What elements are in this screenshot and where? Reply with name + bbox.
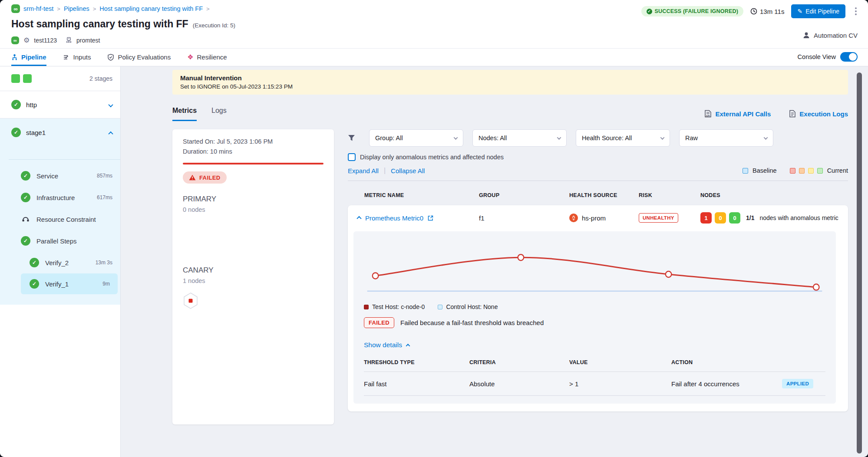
step-row-resource-constraint[interactable]: Resource Constraint [0, 208, 120, 230]
pencil-icon: ✎ [797, 8, 802, 15]
success-check-icon: ✓ [21, 193, 30, 202]
filter-funnel-icon [348, 135, 355, 141]
breadcrumb-pipeline-link[interactable]: Host sampling canary testing with FF [99, 5, 203, 12]
warning-triangle-icon [189, 174, 196, 181]
breadcrumb-separator: > [93, 6, 96, 12]
tab-inputs[interactable]: Inputs [63, 49, 91, 66]
main-tabbar: Pipeline Inputs Policy Evaluations ❖ Res… [0, 49, 868, 66]
title-row: Host sampling canary testing with FF (Ex… [11, 18, 858, 30]
divider: | [384, 167, 386, 174]
step-row-service[interactable]: ✓ Service 857ms [0, 165, 120, 187]
step-row-parallel-steps[interactable]: ✓ Parallel Steps [0, 230, 120, 252]
stage1-section: ✓ stage1 ✓ Service 857ms ✓ Infrastructur… [0, 118, 120, 305]
expand-all-link[interactable]: Expand All [348, 167, 379, 174]
primary-group-label: PRIMARY [183, 195, 323, 204]
health-source-name: hs-prom [582, 214, 606, 222]
step-duration: 857ms [97, 173, 112, 179]
healthy-node-count-badge[interactable]: 0 [729, 212, 740, 224]
console-view-label: Console View [798, 53, 836, 60]
threshold-table-header: THRESHOLD TYPE CRITERIA VALUE ACTION [364, 359, 825, 372]
tab-policy-evaluations[interactable]: Policy Evaluations [107, 49, 171, 66]
execution-sidebar: 2 stages ✓ http ✓ stage1 ✓ Service 857ms [0, 66, 121, 457]
current-orange-swatch [799, 168, 805, 174]
stage-status-square [23, 74, 32, 83]
elapsed-time: 13m 11s [750, 8, 784, 15]
canary-group-label: CANARY [183, 266, 323, 275]
breadcrumb-project-link[interactable]: srm-hf-test [23, 5, 53, 12]
col-risk: RISK [639, 192, 700, 198]
threshold-details-table: THRESHOLD TYPE CRITERIA VALUE ACTION Fai… [364, 359, 825, 396]
anomalous-checkbox[interactable] [348, 153, 356, 161]
current-yellow-swatch [808, 168, 814, 174]
metric-group: f1 [479, 214, 569, 222]
canary-node-hexagon[interactable] [183, 292, 323, 309]
execution-logs-link[interactable]: Execution Logs [789, 110, 848, 118]
external-api-calls-link[interactable]: API External API Calls [704, 110, 771, 118]
external-link-icon[interactable] [428, 215, 433, 221]
api-document-icon: API [704, 110, 712, 118]
metric-name-link[interactable]: Prometheus Metric0 [365, 214, 423, 222]
nodes-filter-select[interactable]: Nodes: All [472, 129, 567, 147]
col-health-source: HEALTH SOURCE [569, 192, 639, 198]
primary-node-count: 0 nodes [183, 206, 323, 213]
chevron-up-icon[interactable] [109, 129, 112, 136]
edit-pipeline-button[interactable]: ✎ Edit Pipeline [791, 4, 845, 18]
anomalous-node-count-badge[interactable]: 1 [700, 212, 712, 224]
failed-badge: FAILED [364, 317, 394, 328]
infrastructure-icon [66, 37, 72, 43]
stages-summary-row: 2 stages [0, 66, 120, 91]
test-host-line [376, 257, 816, 287]
detail-tabs: Metrics Logs API External API Calls Exec… [172, 104, 848, 123]
metric-card: Prometheus Metric0 f1 hs-prom UNHEALTHY [348, 205, 848, 411]
tab-logs[interactable]: Logs [211, 107, 227, 121]
console-view-toggle[interactable] [840, 52, 858, 62]
resource-constraint-icon [21, 216, 30, 223]
detail-links: API External API Calls Execution Logs [704, 110, 848, 118]
group-filter-select[interactable]: Group: All [369, 129, 463, 147]
step-row-verify-1[interactable]: ✓ Verify_1 9m [21, 273, 118, 294]
status-badge: ✓ SUCCESS (FAILURE IGNORED) [641, 6, 744, 16]
control-host-swatch [438, 305, 442, 309]
tab-resilience[interactable]: ❖ Resilience [187, 49, 227, 66]
collapse-all-link[interactable]: Collapse All [391, 167, 425, 174]
progress-bar-failed [183, 163, 323, 164]
applied-badge: APPLIED [782, 379, 813, 388]
stage-row-http[interactable]: ✓ http [0, 91, 120, 118]
col-action: ACTION [671, 359, 825, 365]
chart-series-legend: Test Host: c-node-0 Control Host: None [364, 303, 825, 310]
nodes-ratio: 1/1 [746, 214, 754, 221]
step-row-infrastructure[interactable]: ✓ Infrastructure 617ms [0, 187, 120, 208]
verification-summary-card: Started On: Jul 5, 2023 1:06 PM Duration… [172, 129, 334, 424]
filter-row: Group: All Nodes: All Health Source: All… [348, 129, 848, 147]
tab-metrics[interactable]: Metrics [172, 107, 197, 121]
service-name: test1123 [34, 37, 57, 44]
success-check-icon: ✓ [11, 128, 21, 137]
canary-node-count: 1 nodes [183, 277, 323, 284]
threshold-type-value: Fail fast [364, 380, 469, 388]
shield-check-icon [107, 54, 114, 61]
stage-row-stage1[interactable]: ✓ stage1 [0, 118, 120, 146]
success-check-icon: ✓ [11, 100, 21, 109]
step-detail-panel: Manual Intervention Set to IGNORE on 05-… [121, 66, 868, 457]
breadcrumb-pipelines-link[interactable]: Pipelines [64, 5, 89, 12]
control-host-legend-item: Control Host: None [438, 303, 498, 310]
test-host-legend-item: Test Host: c-node-0 [364, 303, 425, 310]
clock-icon [750, 8, 757, 15]
vertical-scrollbar[interactable] [857, 72, 862, 454]
document-icon [789, 110, 796, 118]
harness-logo-icon: ∞ [11, 4, 20, 13]
collapse-metric-chevron[interactable] [356, 216, 361, 221]
manual-intervention-banner: Manual Intervention Set to IGNORE on 05-… [172, 70, 848, 95]
warning-node-count-badge[interactable]: 0 [715, 212, 726, 224]
col-metric-name: METRIC NAME [364, 192, 479, 198]
data-point-markers[interactable] [373, 254, 819, 290]
success-check-icon: ✓ [30, 258, 39, 267]
verification-status-pill: FAILED [183, 171, 227, 184]
data-mode-select[interactable]: Raw [679, 129, 773, 147]
step-row-verify-2[interactable]: ✓ Verify_2 13m 3s [0, 252, 120, 273]
chevron-down-icon[interactable] [109, 101, 112, 108]
show-details-link[interactable]: Show details [364, 341, 409, 349]
health-source-filter-select[interactable]: Health Source: All [576, 129, 670, 147]
more-options-menu[interactable] [852, 6, 859, 17]
tab-pipeline[interactable]: Pipeline [11, 49, 46, 66]
